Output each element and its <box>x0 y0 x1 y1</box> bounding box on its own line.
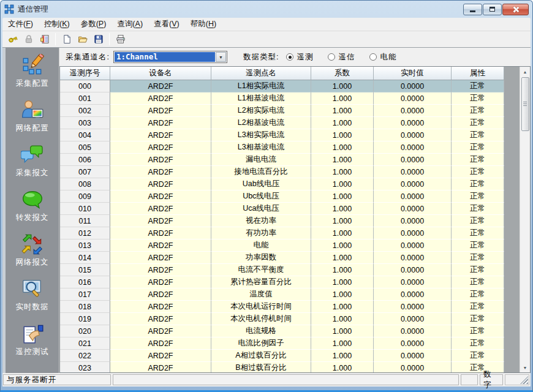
save-button[interactable] <box>91 32 106 47</box>
open-folder-icon <box>78 34 88 44</box>
login-key-button[interactable] <box>5 32 20 47</box>
sidebar-item-forward-message[interactable]: 转发报文 <box>16 188 49 223</box>
point-cell: L3相实际电流 <box>211 129 311 141</box>
seq-cell: 019 <box>60 313 110 325</box>
seq-cell: 017 <box>60 288 110 301</box>
seq-cell: 022 <box>60 350 110 362</box>
toolbar-separator <box>55 33 56 45</box>
table-row-009[interactable]: 009ARD2FUbc线电压1.0000.0000正常 <box>60 190 520 203</box>
radio-option-2[interactable]: 电能 <box>369 52 396 62</box>
menu-f[interactable]: 文件(F) <box>2 18 39 31</box>
sidebar-item-network-config[interactable]: 网络配置 <box>16 99 49 134</box>
channel-panel: 采集通道名: 1:Channel ▼ 数据类型: 遥测遥信电能 <box>59 48 531 66</box>
network-message-icon <box>21 233 44 256</box>
radio-label: 遥信 <box>338 52 355 62</box>
key-icon <box>8 34 18 44</box>
point-cell: A相过载百分比 <box>211 350 311 362</box>
attr-cell: 正常 <box>452 276 504 288</box>
coef-cell: 1.000 <box>311 141 374 154</box>
value-cell: 0.0000 <box>374 190 452 203</box>
new-button[interactable] <box>59 32 74 47</box>
point-cell: 电能 <box>211 239 311 252</box>
value-cell: 0.0000 <box>374 264 452 276</box>
value-cell: 0.0000 <box>374 105 452 117</box>
sidebar-item-collect-message[interactable]: 采集报文 <box>16 143 49 178</box>
table-row-010[interactable]: 010ARD2FUca线电压1.0000.0000正常 <box>60 203 520 215</box>
table-row-004[interactable]: 004ARD2FL3相实际电流1.0000.0000正常 <box>60 129 520 141</box>
menu-p[interactable]: 参数(P) <box>75 18 112 31</box>
notebook-config-button[interactable] <box>37 32 52 47</box>
scrollbar-thumb[interactable] <box>521 77 529 131</box>
window-title: 通信管理 <box>18 4 48 15</box>
radio-label: 遥测 <box>297 52 313 62</box>
seq-cell: 015 <box>60 264 110 276</box>
value-cell: 0.0000 <box>374 129 452 141</box>
table-row-017[interactable]: 017ARD2F温度值1.0000.0000正常 <box>60 288 520 301</box>
table-row-023[interactable]: 023ARD2FB相过载百分比1.0000.0000正常 <box>60 362 520 372</box>
chevron-down-icon[interactable]: ▼ <box>216 52 226 62</box>
print-button[interactable] <box>113 32 128 47</box>
sidebar-item-remote-test[interactable]: 遥控测试 <box>16 322 49 357</box>
resize-grip[interactable] <box>520 376 528 384</box>
table-row-011[interactable]: 011ARD2F视在功率1.0000.0000正常 <box>60 215 520 227</box>
table-row-002[interactable]: 002ARD2FL2相实际电流1.0000.0000正常 <box>60 105 520 117</box>
data-grid: 遥测序号设备名遥测点名系数实时值属性 000ARD2FL1相实际电流1.0000… <box>59 66 531 373</box>
seq-cell: 006 <box>60 154 110 166</box>
table-row-016[interactable]: 016ARD2F累计热容量百分比1.0000.0000正常 <box>60 276 520 288</box>
table-row-019[interactable]: 019ARD2F本次电机停机时间1.0000.0000正常 <box>60 313 520 325</box>
device-cell: ARD2F <box>110 239 211 252</box>
table-row-007[interactable]: 007ARD2F接地电流百分比1.0000.0000正常 <box>60 166 520 178</box>
radio-option-0[interactable]: 遥测 <box>286 52 313 62</box>
device-cell: ARD2F <box>110 301 211 313</box>
coef-cell: 1.000 <box>311 129 374 141</box>
channel-combobox[interactable]: 1:Channel ▼ <box>113 51 227 63</box>
table-row-012[interactable]: 012ARD2F有功功率1.0000.0000正常 <box>60 227 520 239</box>
table-row-021[interactable]: 021ARD2F电流比例因子1.0000.0000正常 <box>60 337 520 350</box>
forward-message-icon <box>21 188 44 211</box>
scroll-up-icon[interactable]: ▲ <box>520 67 530 77</box>
value-cell: 0.0000 <box>374 141 452 154</box>
scroll-down-icon[interactable]: ▼ <box>520 363 530 372</box>
sidebar-item-realtime-data[interactable]: 实时数据 <box>16 277 49 312</box>
menu-v[interactable]: 查看(V) <box>148 18 185 31</box>
table-row-018[interactable]: 018ARD2F本次电机运行时间1.0000.0000正常 <box>60 301 520 313</box>
device-cell: ARD2F <box>110 178 211 190</box>
table-row-001[interactable]: 001ARD2FL1相基波电流1.0000.0000正常 <box>60 92 520 105</box>
table-row-003[interactable]: 003ARD2FL2相基波电流1.0000.0000正常 <box>60 117 520 129</box>
table-row-008[interactable]: 008ARD2FUab线电压1.0000.0000正常 <box>60 178 520 190</box>
point-cell: Uab线电压 <box>211 178 311 190</box>
sidebar-item-collect-config[interactable]: 采集配置 <box>16 54 49 89</box>
restore-button[interactable] <box>483 4 502 15</box>
column-header-4: 实时值 <box>374 67 452 80</box>
point-cell: 电流不平衡度 <box>211 264 311 276</box>
seq-cell: 010 <box>60 203 110 215</box>
attr-cell: 正常 <box>452 301 504 313</box>
open-button[interactable] <box>75 32 90 47</box>
radio-button-icon <box>286 53 293 61</box>
table-row-006[interactable]: 006ARD2F漏电电流1.0000.0000正常 <box>60 154 520 166</box>
table-row-005[interactable]: 005ARD2FL3相基波电流1.0000.0000正常 <box>60 141 520 154</box>
table-row-022[interactable]: 022ARD2FA相过载百分比1.0000.0000正常 <box>60 350 520 362</box>
table-row-000[interactable]: 000ARD2FL1相实际电流1.0000.0000正常 <box>60 80 520 92</box>
table-row-015[interactable]: 015ARD2F电流不平衡度1.0000.0000正常 <box>60 264 520 276</box>
close-button[interactable] <box>502 4 529 15</box>
menu-k[interactable]: 控制(K) <box>39 18 75 31</box>
attr-cell: 正常 <box>452 178 504 190</box>
table-row-014[interactable]: 014ARD2F功率因数1.0000.0000正常 <box>60 252 520 264</box>
device-cell: ARD2F <box>110 203 211 215</box>
menu-a[interactable]: 查询(A) <box>112 18 148 31</box>
radio-option-1[interactable]: 遥信 <box>328 52 355 62</box>
seq-cell: 023 <box>60 362 110 372</box>
value-cell: 0.0000 <box>374 362 452 372</box>
value-cell: 0.0000 <box>374 252 452 264</box>
device-cell: ARD2F <box>110 362 211 372</box>
titlebar[interactable]: 通信管理 <box>1 1 532 18</box>
menu-h[interactable]: 帮助(H) <box>185 18 222 31</box>
minimize-button[interactable] <box>463 4 482 15</box>
sidebar-item-network-message[interactable]: 网络报文 <box>16 233 49 268</box>
realtime-data-icon <box>21 277 44 301</box>
table-row-020[interactable]: 020ARD2F电流规格1.0000.0000正常 <box>60 325 520 337</box>
vertical-scrollbar[interactable]: ▲ ▼ <box>520 67 530 372</box>
main-area: 采集通道名: 1:Channel ▼ 数据类型: 遥测遥信电能 遥测序号设备名遥… <box>59 48 531 373</box>
table-row-013[interactable]: 013ARD2F电能1.0000.0000正常 <box>60 239 520 252</box>
